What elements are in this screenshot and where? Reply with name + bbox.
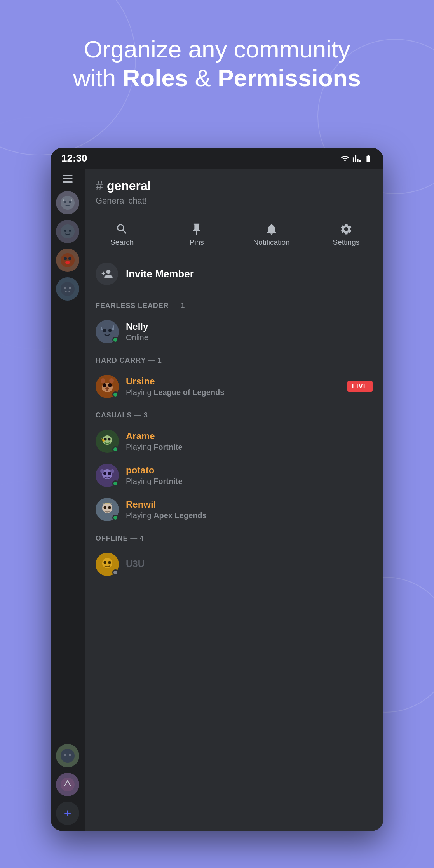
svg-point-19	[108, 329, 112, 332]
hero-with: with	[73, 64, 122, 91]
member-status-ursine: Playing League of Legends	[126, 388, 340, 397]
search-icon	[115, 223, 129, 236]
svg-point-43	[104, 561, 106, 564]
avatar-wrapper-potato	[96, 464, 119, 487]
server-avatar-1	[60, 195, 75, 210]
avatar-wrapper-u3u	[96, 553, 119, 576]
svg-point-14	[64, 754, 66, 756]
search-button[interactable]: Search	[85, 219, 159, 250]
svg-point-24	[105, 387, 109, 390]
status-dot-potato	[112, 480, 119, 487]
live-badge-ursine: LIVE	[347, 381, 373, 392]
member-name-potato: potato	[126, 465, 373, 476]
settings-button[interactable]: Settings	[309, 219, 383, 250]
svg-point-26	[109, 378, 114, 383]
role-header-offline: OFFLINE — 4	[85, 527, 383, 547]
svg-point-33	[103, 472, 106, 475]
hero-roles: Roles	[123, 64, 188, 91]
member-status-arame: Playing Fortnite	[126, 443, 373, 452]
member-row-potato[interactable]: potato Playing Fortnite	[85, 458, 383, 492]
member-name-ursine: Ursine	[126, 376, 340, 387]
invite-avatar	[96, 263, 118, 285]
server-avatar-3	[60, 252, 75, 268]
svg-point-6	[61, 253, 75, 267]
svg-point-10	[61, 282, 75, 296]
status-dot-arame	[112, 446, 119, 452]
hero-line2: with Roles & Permissions	[23, 64, 411, 92]
hero-text: Organize any community with Roles & Perm…	[0, 35, 434, 93]
sidebar: +	[51, 169, 85, 831]
svg-point-9	[65, 261, 70, 264]
svg-point-7	[64, 257, 67, 260]
server-avatar-2	[60, 224, 75, 239]
svg-point-16	[61, 778, 75, 791]
svg-point-23	[108, 383, 112, 387]
toolbar: Search Pins Notification Settings	[85, 214, 383, 254]
member-name-arame: Arame	[126, 431, 373, 442]
member-row-u3u[interactable]: U3U	[85, 547, 383, 581]
channel-header: # general General chat!	[85, 169, 383, 214]
channel-name: general	[107, 179, 151, 193]
server-icon-2[interactable]	[56, 220, 79, 243]
avatar-wrapper-renwil	[96, 498, 119, 521]
member-row-arame[interactable]: Arame Playing Fortnite	[85, 424, 383, 458]
role-header-hard-carry: HARD CARRY — 1	[85, 349, 383, 369]
invite-member-button[interactable]: Invite Member	[85, 254, 383, 294]
notification-button[interactable]: Notification	[234, 219, 309, 250]
svg-point-12	[69, 287, 71, 289]
svg-point-11	[64, 287, 66, 289]
server-avatar-5	[60, 748, 75, 764]
status-dot-nelly	[112, 337, 119, 343]
person-add-icon	[101, 268, 113, 280]
svg-point-3	[61, 224, 75, 238]
channel-name-row: # general	[96, 178, 373, 193]
svg-point-15	[69, 754, 71, 756]
notification-label: Notification	[253, 238, 290, 247]
member-info-renwil: Renwil Playing Apex Legends	[126, 499, 373, 520]
svg-point-30	[108, 438, 111, 441]
svg-point-35	[110, 469, 114, 473]
signal-icon	[352, 154, 361, 163]
main-content: # general General chat! Search Pins Noti…	[85, 169, 383, 831]
hero-line1: Organize any community	[23, 35, 411, 64]
server-icon-3[interactable]	[56, 249, 79, 272]
svg-point-22	[103, 383, 106, 387]
status-icons	[341, 154, 373, 163]
battery-icon	[364, 154, 373, 163]
settings-label: Settings	[333, 238, 360, 247]
member-status-renwil: Playing Apex Legends	[126, 511, 373, 520]
server-icon-6[interactable]	[56, 773, 79, 796]
svg-point-5	[69, 230, 71, 232]
members-list: Invite Member FEARLESS LEADER — 1	[85, 254, 383, 831]
member-row-nelly[interactable]: Nelly Online	[85, 315, 383, 349]
svg-point-18	[103, 329, 106, 332]
channel-description: General chat!	[96, 196, 373, 206]
role-header-fearless-leader: FEARLESS LEADER — 1	[85, 294, 383, 315]
avatar-wrapper-ursine	[96, 375, 119, 398]
member-name-u3u: U3U	[126, 558, 373, 569]
pins-button[interactable]: Pins	[159, 219, 234, 250]
member-info-ursine: Ursine Playing League of Legends	[126, 376, 340, 397]
member-info-nelly: Nelly Online	[126, 321, 373, 342]
svg-point-44	[108, 561, 111, 564]
invite-label: Invite Member	[126, 268, 194, 280]
svg-point-40	[108, 506, 111, 509]
svg-point-34	[108, 472, 111, 475]
hero-permissions: Permissions	[218, 64, 361, 91]
server-icon-5[interactable]	[56, 744, 79, 767]
avatar-wrapper-arame	[96, 430, 119, 453]
member-row-ursine[interactable]: Ursine Playing League of Legends LIVE	[85, 369, 383, 404]
server-icon-4[interactable]	[56, 277, 79, 301]
member-info-potato: potato Playing Fortnite	[126, 465, 373, 486]
svg-point-36	[100, 469, 104, 473]
hash-symbol: #	[96, 178, 103, 193]
menu-button[interactable]	[63, 175, 73, 183]
server-icon-1[interactable]	[56, 191, 79, 214]
member-info-u3u: U3U	[126, 558, 373, 571]
svg-point-0	[61, 196, 75, 210]
bell-icon	[265, 223, 278, 236]
status-dot-u3u	[112, 569, 119, 576]
member-status-potato: Playing Fortnite	[126, 477, 373, 486]
member-row-renwil[interactable]: Renwil Playing Apex Legends	[85, 492, 383, 527]
add-server-button[interactable]: +	[56, 802, 79, 825]
